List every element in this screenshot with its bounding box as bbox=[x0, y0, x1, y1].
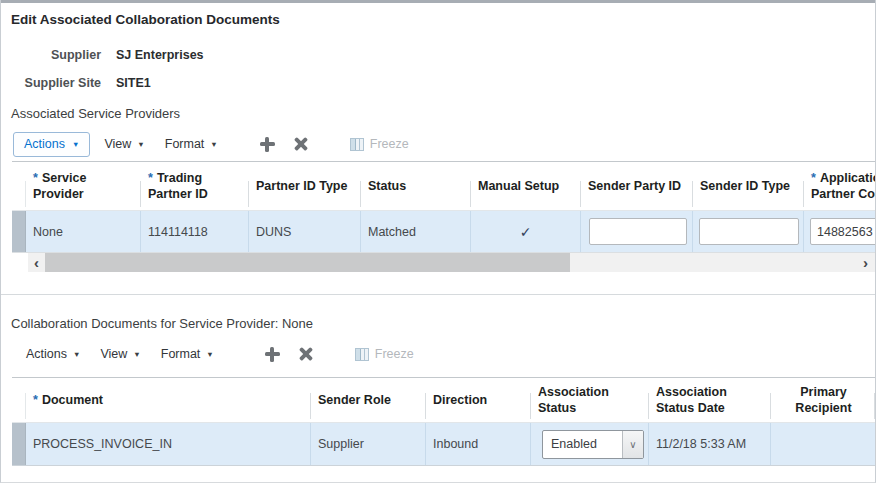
association-status-value: Enabled bbox=[543, 431, 622, 458]
section-divider bbox=[1, 294, 876, 295]
delete-row-icon[interactable] bbox=[289, 133, 312, 156]
status-cell: Matched bbox=[361, 211, 471, 252]
select-all-header-cell bbox=[12, 162, 26, 210]
association-status-date-cell: 11/2/18 5:33 AM bbox=[649, 423, 771, 465]
view-menu-label: View bbox=[100, 347, 127, 361]
freeze-label: Freeze bbox=[375, 347, 414, 361]
add-row-icon[interactable] bbox=[260, 137, 275, 152]
column-header-association-status[interactable]: Association Status bbox=[531, 378, 649, 422]
freeze-grid-icon bbox=[355, 348, 369, 361]
add-row-icon[interactable] bbox=[265, 347, 280, 362]
column-header-partner-id-type[interactable]: Partner ID Type bbox=[249, 162, 361, 210]
select-chevron-icon[interactable]: ∨ bbox=[622, 431, 643, 458]
freeze-label: Freeze bbox=[370, 137, 409, 151]
edit-collaboration-documents-window: Edit Associated Collaboration Documents … bbox=[0, 0, 876, 483]
column-header-trading-partner-id[interactable]: *Trading Partner ID bbox=[141, 162, 249, 210]
format-menu-label: Format bbox=[161, 347, 201, 361]
freeze-button: Freeze bbox=[350, 137, 409, 151]
table-header-row: *Service Provider *Trading Partner ID Pa… bbox=[12, 162, 875, 211]
select-all-header-cell bbox=[12, 378, 26, 422]
column-header-sender-id-type[interactable]: Sender ID Type bbox=[693, 162, 804, 210]
column-header-document[interactable]: *Document bbox=[26, 378, 311, 422]
format-menu-button[interactable]: Format ▼ bbox=[162, 132, 221, 156]
view-menu-button[interactable]: View ▼ bbox=[101, 132, 147, 156]
chevron-down-icon: ▼ bbox=[72, 141, 79, 149]
service-providers-table: *Service Provider *Trading Partner ID Pa… bbox=[12, 161, 875, 272]
sender-party-id-cell bbox=[581, 211, 693, 252]
supplier-label: Supplier bbox=[11, 48, 101, 62]
freeze-button: Freeze bbox=[355, 347, 414, 361]
application-partner-code-cell bbox=[804, 211, 875, 252]
collaboration-documents-toolbar: Actions ▼ View ▼ Format ▼ Freeze bbox=[13, 340, 875, 368]
supplier-value: SJ Enterprises bbox=[116, 48, 204, 62]
format-menu-label: Format bbox=[165, 137, 205, 151]
actions-menu-button[interactable]: Actions ▼ bbox=[23, 342, 83, 366]
delete-row-icon[interactable] bbox=[294, 343, 317, 366]
supplier-site-field: Supplier Site SITE1 bbox=[1, 76, 875, 90]
row-selector[interactable] bbox=[12, 423, 26, 465]
actions-menu-button[interactable]: Actions ▼ bbox=[13, 132, 90, 157]
chevron-down-icon: ▼ bbox=[210, 141, 217, 149]
sender-id-type-input[interactable] bbox=[699, 218, 799, 245]
check-icon: ✓ bbox=[520, 224, 532, 240]
window-top-edge bbox=[1, 0, 875, 3]
chevron-down-icon: ▼ bbox=[73, 351, 80, 359]
service-providers-toolbar: Actions ▼ View ▼ Format ▼ Freeze bbox=[13, 130, 875, 158]
collaboration-documents-table: *Document Sender Role Direction Associat… bbox=[12, 377, 875, 466]
service-providers-heading: Associated Service Providers bbox=[11, 106, 875, 121]
format-menu-button[interactable]: Format ▼ bbox=[158, 342, 217, 366]
column-header-direction[interactable]: Direction bbox=[426, 378, 531, 422]
scrollbar-track[interactable] bbox=[570, 253, 856, 272]
chevron-down-icon: ▼ bbox=[206, 351, 213, 359]
direction-cell: Inbound bbox=[426, 423, 531, 465]
document-cell: PROCESS_INVOICE_IN bbox=[26, 423, 311, 465]
view-menu-label: View bbox=[104, 137, 131, 151]
scroll-right-icon[interactable]: › bbox=[856, 253, 875, 272]
application-partner-code-input[interactable] bbox=[810, 218, 875, 245]
trading-partner-id-cell: 114114118 bbox=[141, 211, 249, 252]
chevron-down-icon: ▼ bbox=[133, 351, 140, 359]
page-title: Edit Associated Collaboration Documents bbox=[11, 12, 875, 27]
association-status-select[interactable]: Enabled ∨ bbox=[542, 430, 644, 459]
table-header-row: *Document Sender Role Direction Associat… bbox=[12, 378, 875, 423]
primary-recipient-cell bbox=[771, 423, 875, 465]
column-header-sender-party-id[interactable]: Sender Party ID bbox=[581, 162, 693, 210]
column-header-primary-recipient[interactable]: Primary Recipient bbox=[771, 378, 875, 422]
partner-id-type-cell: DUNS bbox=[249, 211, 361, 252]
column-header-application-partner-code[interactable]: *Application Partner Code bbox=[804, 162, 875, 210]
manual-setup-cell: ✓ bbox=[471, 211, 581, 252]
supplier-site-value: SITE1 bbox=[116, 76, 151, 90]
column-header-sender-role[interactable]: Sender Role bbox=[311, 378, 426, 422]
association-status-cell: Enabled ∨ bbox=[531, 423, 649, 465]
row-selector[interactable] bbox=[12, 211, 26, 252]
supplier-field: Supplier SJ Enterprises bbox=[1, 48, 875, 62]
column-header-manual-setup[interactable]: Manual Setup bbox=[471, 162, 581, 210]
supplier-site-label: Supplier Site bbox=[11, 76, 101, 90]
service-provider-cell: None bbox=[26, 211, 141, 252]
actions-menu-label: Actions bbox=[24, 137, 65, 151]
column-header-association-status-date[interactable]: Association Status Date bbox=[649, 378, 771, 422]
sender-id-type-cell bbox=[693, 211, 804, 252]
chevron-down-icon: ▼ bbox=[137, 141, 144, 149]
column-header-service-provider[interactable]: *Service Provider bbox=[26, 162, 141, 210]
sender-role-cell: Supplier bbox=[311, 423, 426, 465]
collaboration-documents-heading: Collaboration Documents for Service Prov… bbox=[11, 316, 875, 331]
actions-menu-label: Actions bbox=[26, 347, 67, 361]
view-menu-button[interactable]: View ▼ bbox=[97, 342, 143, 366]
sender-party-id-input[interactable] bbox=[589, 218, 687, 245]
service-provider-row[interactable]: None 114114118 DUNS Matched ✓ bbox=[12, 211, 875, 253]
horizontal-scrollbar[interactable]: ‹ › bbox=[28, 253, 875, 272]
document-row[interactable]: PROCESS_INVOICE_IN Supplier Inbound Enab… bbox=[12, 423, 875, 465]
scrollbar-thumb[interactable] bbox=[45, 253, 570, 272]
column-header-status[interactable]: Status bbox=[361, 162, 471, 210]
scroll-left-icon[interactable]: ‹ bbox=[28, 253, 45, 272]
freeze-grid-icon bbox=[350, 138, 364, 151]
